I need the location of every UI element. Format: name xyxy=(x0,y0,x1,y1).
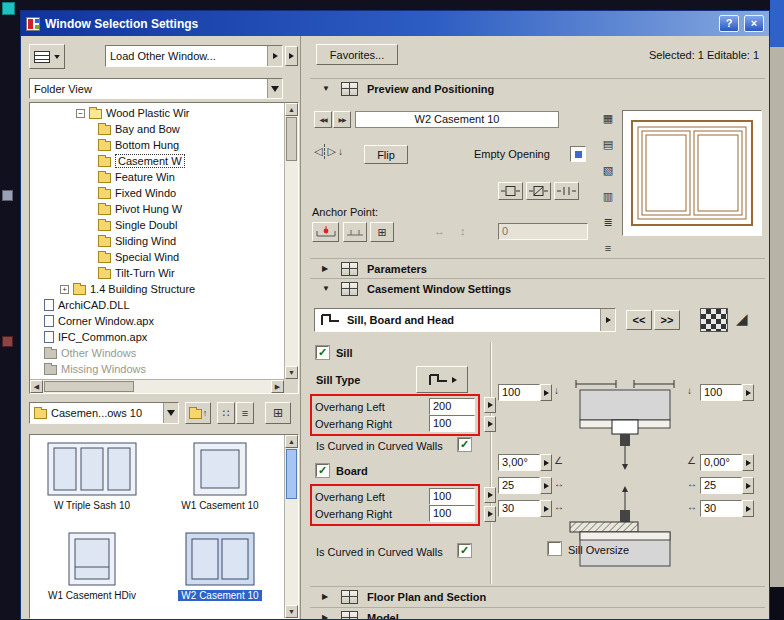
tree-item-bottom-hung[interactable]: Bottom Hung xyxy=(30,137,284,153)
empty-opening-toggle[interactable] xyxy=(570,146,586,162)
board-curved-checkbox[interactable]: ✓ xyxy=(458,544,471,557)
tree-item-tilt-turn[interactable]: Tilt-Turn Wir xyxy=(30,265,284,281)
opening-plan-symbol-button[interactable] xyxy=(498,182,523,200)
tree-item-building-structure[interactable]: +1.4 Building Structure xyxy=(30,281,284,297)
preview-section-view-icon[interactable]: ▤ xyxy=(600,138,616,151)
scroll-up-icon[interactable]: ▲ xyxy=(285,103,298,116)
collapse-icon[interactable]: − xyxy=(76,109,85,118)
combo-arrow-icon[interactable] xyxy=(600,309,615,331)
tree-item-wood-plastic[interactable]: −Wood Plastic Wir xyxy=(30,105,284,121)
thumbnail-w1-casement-hdiv[interactable]: W1 Casement HDiv xyxy=(32,531,152,601)
scrollbar-thumb[interactable] xyxy=(286,449,297,499)
tree-horizontal-scrollbar[interactable]: ◀ ▶ xyxy=(30,379,284,393)
board-overhang-right-field[interactable]: 100 xyxy=(429,505,475,522)
mirror-icon[interactable]: ◁ ▷ ↓ xyxy=(314,144,343,159)
anchor-option-button[interactable]: ⊞ xyxy=(370,222,394,242)
settings-page-combo[interactable]: Sill, Board and Head xyxy=(314,308,616,332)
scroll-down-icon[interactable]: ▼ xyxy=(285,366,298,379)
tree-item-pivot-hung[interactable]: Pivot Hung W xyxy=(30,201,284,217)
desktop-icon[interactable] xyxy=(2,336,13,347)
tree-vertical-scrollbar[interactable]: ▲ ▼ xyxy=(284,103,298,379)
preview-plan-icon[interactable]: ▦ xyxy=(600,112,616,125)
dim-top-right-spinner[interactable] xyxy=(742,384,754,401)
sill-overhang-left-field[interactable]: 200 xyxy=(429,398,475,415)
combo-arrow-icon[interactable] xyxy=(163,403,178,423)
panel-expand-button[interactable] xyxy=(285,46,298,66)
dim-mid-right-spinner[interactable] xyxy=(742,477,754,494)
dim-bottom-right-spinner[interactable] xyxy=(742,500,754,517)
section-header-parameters[interactable]: ▶ Parameters xyxy=(310,258,765,278)
scrollbar-thumb[interactable] xyxy=(286,117,297,161)
tree-item-missing-windows[interactable]: Missing Windows xyxy=(30,361,284,377)
desktop-icon[interactable] xyxy=(2,2,15,15)
favorites-button[interactable]: Favorites... xyxy=(316,44,398,65)
sill-checkbox[interactable]: ✓ xyxy=(316,346,329,359)
sill-overhang-right-field[interactable]: 100 xyxy=(429,415,475,432)
tree-item-feature[interactable]: Feature Win xyxy=(30,169,284,185)
scroll-down-icon[interactable]: ▼ xyxy=(285,605,298,618)
expand-icon[interactable]: ▶ xyxy=(322,592,332,601)
board-overhang-left-field[interactable]: 100 xyxy=(429,488,475,505)
close-button[interactable]: × xyxy=(744,15,764,32)
dim-top-right-field[interactable]: 100 xyxy=(700,384,742,401)
folder-view-combo[interactable]: Folder View xyxy=(29,78,283,99)
thumbnail-w-triple-sash[interactable]: W Triple Sash 10 xyxy=(32,441,152,511)
dim-angle-left-spinner[interactable] xyxy=(540,454,552,471)
dim-angle-right-spinner[interactable] xyxy=(742,454,754,471)
combo-arrow-icon[interactable] xyxy=(267,79,282,98)
preview-notes-icon[interactable]: ≣ xyxy=(600,216,616,229)
scroll-left-icon[interactable]: ◀ xyxy=(30,380,43,393)
tree-item-ifc-common-apx[interactable]: IFC_Common.apx xyxy=(30,329,284,345)
board-overhang-right-spinner[interactable] xyxy=(484,506,496,522)
dim-bottom-left-spinner[interactable] xyxy=(540,500,552,517)
desktop-icon[interactable] xyxy=(2,190,13,201)
expand-icon[interactable]: ▶ xyxy=(322,264,332,273)
dim-bottom-left-field[interactable]: 30 xyxy=(498,500,540,517)
titlebar[interactable]: Window Selection Settings ? × xyxy=(21,11,769,36)
board-checkbox[interactable]: ✓ xyxy=(316,464,329,477)
next-page-button[interactable]: >> xyxy=(654,310,680,330)
sill-overhang-right-spinner[interactable] xyxy=(484,416,496,432)
dim-mid-right-field[interactable]: 25 xyxy=(700,477,742,494)
opening-plan-symbol-button[interactable] xyxy=(526,182,551,200)
tree-item-sliding[interactable]: Sliding Wind xyxy=(30,233,284,249)
expand-icon[interactable]: + xyxy=(60,285,69,294)
preview-elevation-icon[interactable]: ▧ xyxy=(600,164,616,177)
folder-up-button[interactable]: ↑ xyxy=(185,402,211,424)
scroll-right-icon[interactable]: ▶ xyxy=(271,380,284,393)
collapse-icon[interactable]: ▼ xyxy=(322,84,332,93)
dim-mid-left-field[interactable]: 25 xyxy=(498,477,540,494)
preview-3d-icon[interactable]: ▥ xyxy=(600,190,616,203)
dim-bottom-right-field[interactable]: 30 xyxy=(700,500,742,517)
previous-item-button[interactable]: ◀◀ xyxy=(314,111,332,128)
view-grid-button[interactable]: ⊞ xyxy=(265,402,291,424)
tree-item-archicad-dll[interactable]: ArchiCAD.DLL xyxy=(30,297,284,313)
tree-item-special[interactable]: Special Wind xyxy=(30,249,284,265)
thumbnail-scrollbar[interactable]: ▲ ▼ xyxy=(284,435,298,618)
view-list-button[interactable]: ≡ xyxy=(236,402,254,424)
anchor-offset-field[interactable]: 0 xyxy=(498,223,588,240)
anchor-option-button[interactable] xyxy=(343,222,367,242)
section-header-model[interactable]: ▶ Model xyxy=(310,607,765,619)
tree-item-corner-window-apx[interactable]: Corner Window.apx xyxy=(30,313,284,329)
transfer-settings-icon[interactable]: ◢ xyxy=(736,310,748,328)
previous-page-button[interactable]: << xyxy=(626,310,652,330)
scrollbar-thumb[interactable] xyxy=(44,381,134,392)
combo-arrow-icon[interactable] xyxy=(267,46,282,66)
dim-angle-right-field[interactable]: 0,00° xyxy=(700,454,742,471)
load-other-window-combo[interactable]: Load Other Window... xyxy=(105,45,283,67)
dim-top-left-spinner[interactable] xyxy=(540,384,552,401)
board-overhang-left-spinner[interactable] xyxy=(484,487,496,503)
dim-mid-left-spinner[interactable] xyxy=(540,477,552,494)
help-button[interactable]: ? xyxy=(719,15,739,32)
tree-item-single-double[interactable]: Single Doubl xyxy=(30,217,284,233)
section-header-floorplan[interactable]: ▶ Floor Plan and Section xyxy=(310,586,765,606)
next-item-button[interactable]: ▶▶ xyxy=(333,111,351,128)
library-folder-combo[interactable]: Casemen...ows 10 xyxy=(29,402,179,424)
expand-icon[interactable]: ▶ xyxy=(322,613,332,619)
anchor-point-button[interactable] xyxy=(312,222,339,242)
tree-item-casement-selected[interactable]: Casement W xyxy=(30,153,284,169)
tree-item-bay-and-bow[interactable]: Bay and Bow xyxy=(30,121,284,137)
library-device-button[interactable] xyxy=(29,44,65,69)
opening-plan-symbol-button[interactable] xyxy=(554,182,579,200)
